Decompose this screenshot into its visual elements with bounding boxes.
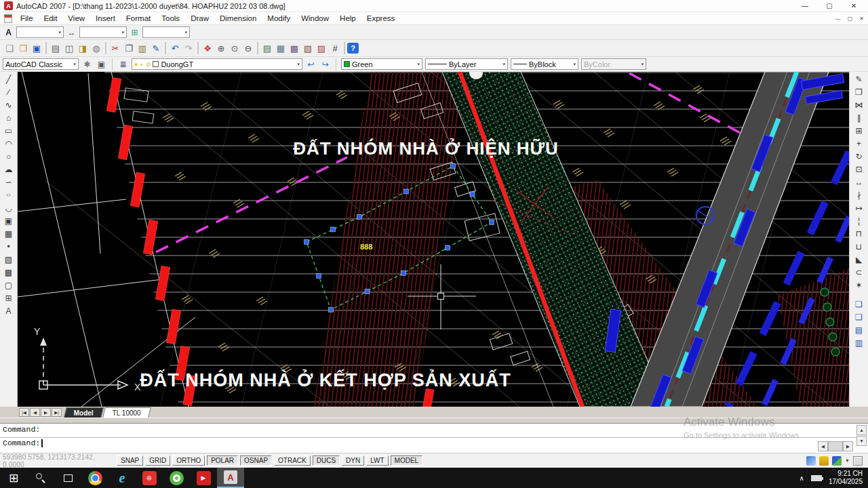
workspace-combo[interactable]: AutoCAD Classic▾ <box>3 58 79 70</box>
menu-item[interactable]: Help <box>334 13 361 24</box>
paste-icon[interactable]: ▥ <box>136 42 149 55</box>
video-app-button[interactable]: ▶ <box>190 468 217 488</box>
menu-item[interactable]: Draw <box>185 13 214 24</box>
polyline-icon[interactable]: ∿ <box>2 99 15 111</box>
start-button[interactable]: ⊞ <box>0 468 27 488</box>
dim-style-icon[interactable]: ↔ <box>66 26 77 38</box>
undo-icon[interactable]: ↶ <box>168 42 182 55</box>
plot-icon[interactable]: ▤ <box>49 42 62 55</box>
next-tab-button[interactable]: ▶ <box>41 408 51 417</box>
move-icon[interactable]: + <box>852 138 865 150</box>
zoom-realtime-icon[interactable]: ⊕ <box>214 42 228 55</box>
snap-toggle[interactable]: SNAP <box>117 455 143 466</box>
coordinate-readout[interactable]: 593980.5758, 1213173.2142, 0.0000 <box>3 453 117 468</box>
circle-icon[interactable]: ○ <box>2 150 15 163</box>
construction-line-icon[interactable]: ∕ <box>2 86 15 98</box>
spline-icon[interactable]: ∽ <box>2 176 15 188</box>
menu-item[interactable]: View <box>62 13 90 24</box>
explode-icon[interactable]: ✶ <box>852 279 865 291</box>
my-workspace-icon[interactable]: ▣ <box>96 58 107 70</box>
cad-drawing[interactable]: 888 Y X ĐẤT NHÓM N <box>18 72 849 407</box>
arc-icon[interactable]: ◠ <box>2 138 15 150</box>
table-icon[interactable]: ⊞ <box>2 292 15 304</box>
line-icon[interactable]: ╱ <box>2 73 15 85</box>
command-splitter[interactable] <box>0 418 868 424</box>
text-style-combo[interactable]: ▾ <box>16 26 64 38</box>
rectangle-icon[interactable]: ▭ <box>2 125 15 137</box>
scroll-up-icon[interactable]: ▲ <box>856 425 867 435</box>
designcenter-icon[interactable]: ▦ <box>274 42 288 55</box>
red-app-button[interactable]: ❊ <box>136 468 163 488</box>
scroll-down-icon[interactable]: ▼ <box>856 436 867 446</box>
tray-arrow-icon[interactable]: ▼ <box>845 458 850 463</box>
ducs-toggle[interactable]: DUCS <box>313 455 340 466</box>
task-view-button[interactable] <box>54 468 81 488</box>
markup-icon[interactable]: ▨ <box>315 42 328 55</box>
lwt-toggle[interactable]: LWT <box>366 455 388 466</box>
first-tab-button[interactable]: |◀ <box>19 408 29 417</box>
gradient-icon[interactable]: ▩ <box>2 266 15 279</box>
copy-object-icon[interactable]: ❐ <box>852 86 865 98</box>
make-block-icon[interactable]: ▦ <box>2 228 15 240</box>
autocad-taskbar-button[interactable]: A <box>217 468 244 488</box>
separator[interactable] <box>344 42 345 54</box>
open-icon[interactable]: ❒ <box>16 42 30 55</box>
copy-icon[interactable]: ❐ <box>122 42 136 55</box>
join-icon[interactable]: ⊔ <box>852 241 865 253</box>
match-properties-icon[interactable]: ✎ <box>149 42 163 55</box>
menu-item[interactable]: File <box>15 13 39 24</box>
workspace-settings-icon[interactable]: ✱ <box>81 58 93 70</box>
osnap-toggle[interactable]: OSNAP <box>240 455 272 466</box>
cut-icon[interactable]: ✂ <box>108 42 122 55</box>
redo-icon[interactable]: ↷ <box>182 42 195 55</box>
tab-model[interactable]: Model <box>64 407 104 418</box>
clock[interactable]: 9:21 CH 17/04/2025 <box>829 470 863 487</box>
layer-combo[interactable]: ● ◐ ⊙ DuongGT ▾ <box>132 58 302 70</box>
erase-icon[interactable]: ✎ <box>852 73 865 85</box>
menu-item[interactable]: Dimension <box>214 13 262 24</box>
menu-item[interactable]: Edit <box>39 13 63 24</box>
array-icon[interactable]: ⊞ <box>852 125 865 137</box>
ellipse-arc-icon[interactable]: ◡ <box>2 202 15 214</box>
chrome-button[interactable] <box>81 468 108 488</box>
table-style-icon[interactable]: ⊞ <box>129 26 140 38</box>
clean-screen-button[interactable] <box>853 456 863 466</box>
rotate-icon[interactable]: ↻ <box>852 150 865 163</box>
offset-icon[interactable]: ∥ <box>852 112 865 124</box>
tray-chevron-icon[interactable]: ∧ <box>800 474 804 482</box>
zoom-previous-icon[interactable]: ⊖ <box>241 42 255 55</box>
lock-toolbars-icon[interactable] <box>819 456 829 466</box>
qnew-icon[interactable]: ❑ <box>3 42 16 55</box>
menu-item[interactable]: Insert <box>90 13 121 24</box>
help-icon[interactable]: ? <box>347 43 359 54</box>
close-button[interactable]: ✕ <box>849 2 859 9</box>
last-tab-button[interactable]: ▶| <box>52 408 62 417</box>
separator[interactable] <box>165 42 166 54</box>
dim-style-combo[interactable]: ▾ <box>79 26 127 38</box>
layer-properties-icon[interactable]: ≣ <box>117 58 129 70</box>
restore-button[interactable]: ▢ <box>825 2 834 9</box>
make-object-layer-current-icon[interactable]: ↩ <box>305 58 317 70</box>
mtext-icon[interactable]: A <box>2 305 15 317</box>
coccoc-button[interactable] <box>163 468 190 488</box>
polygon-icon[interactable]: ⌂ <box>2 112 15 124</box>
ellipse-icon[interactable]: ○ <box>2 192 15 199</box>
publish-icon[interactable]: ◨ <box>76 42 90 55</box>
minimize-button[interactable]: — <box>800 2 810 9</box>
separator[interactable] <box>105 42 106 54</box>
properties-icon[interactable]: ▤ <box>260 42 274 55</box>
3d-dwf-icon[interactable]: ◍ <box>90 42 103 55</box>
break-icon[interactable]: ⊓ <box>852 228 865 240</box>
mdi-close-button[interactable]: ✕ <box>859 16 864 22</box>
grid-toggle[interactable]: GRID <box>145 455 170 466</box>
model-toggle[interactable]: MODEL <box>391 455 423 466</box>
chamfer-icon[interactable]: ◣ <box>852 253 865 266</box>
save-icon[interactable]: ▣ <box>30 42 43 55</box>
menu-item[interactable]: Express <box>361 13 401 24</box>
separator[interactable] <box>45 42 47 54</box>
point-icon[interactable]: • <box>2 241 15 253</box>
pan-icon[interactable]: ❖ <box>201 42 214 55</box>
menu-item[interactable]: Modify <box>262 13 296 24</box>
sheetset-icon[interactable]: ▧ <box>301 42 315 55</box>
dyn-toggle[interactable]: DYN <box>342 455 364 466</box>
